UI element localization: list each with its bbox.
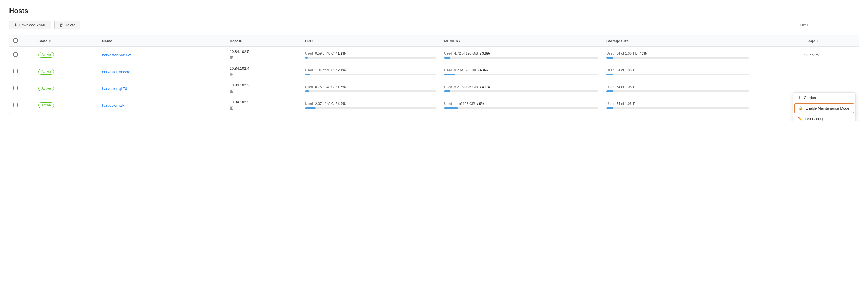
select-all-checkbox[interactable] [13, 38, 18, 42]
state-sort-icon[interactable]: ⇕ [49, 39, 51, 42]
cpu-metric: Used 1.01 of 48 C / 2.1% [305, 68, 436, 76]
table-row: Active harvester-5m56w 10.84.102.5 ⊞ Use… [9, 47, 859, 63]
edit-config-menu-item[interactable]: ✏️ Edit Config [793, 114, 856, 121]
cordon-menu-item[interactable]: ⏸ Cordon [793, 93, 856, 103]
storage-progress-bar [606, 107, 749, 109]
row-checkbox-0[interactable] [13, 52, 18, 57]
edit-config-label: Edit Config [805, 117, 823, 121]
memory-metric: Used 8.7 of 126 GiB / 6.9% [444, 68, 598, 76]
ip-wrapper: 10.84.102.4 ⊞ [230, 66, 297, 77]
lock-icon: 🔒 [798, 106, 803, 111]
edit-config-icon: ✏️ [798, 117, 802, 121]
row-action-button[interactable]: ⋮ [827, 51, 836, 59]
ip-wrapper: 10.84.102.2 ⊞ [230, 100, 297, 111]
cordon-label: Cordon [804, 96, 816, 100]
storage-progress-bar [606, 57, 749, 59]
download-icon: ⬇ [14, 23, 17, 27]
table-header-row: State ⇕ Name ↓ Host IP CPU MEMORY Storag… [9, 35, 859, 47]
context-dropdown-menu: ⏸ Cordon 🔒 Enable Maintenance Mode ✏️ Ed… [793, 92, 856, 121]
ip-wrapper: 10.84.102.3 ⊞ [230, 83, 297, 94]
cpu-column-header: CPU [305, 39, 313, 43]
server-icon: ⊞ [230, 72, 297, 77]
memory-progress-bar [444, 90, 598, 92]
page-title: Hosts [9, 7, 859, 15]
filter-input[interactable] [796, 21, 859, 29]
host-ip: 10.84.102.3 [230, 83, 297, 87]
table-row: Active harvester-ms6hx 10.84.102.4 ⊞ Use… [9, 63, 859, 80]
state-column-header: State [38, 39, 48, 43]
row-checkbox-2[interactable] [13, 86, 18, 90]
state-badge: Active [38, 69, 54, 74]
download-yaml-button[interactable]: ⬇ Download YAML [9, 21, 51, 29]
table-row: Active harvester-rzlxn 10.84.102.2 ⊞ Use… [9, 97, 859, 114]
cpu-progress-bar [305, 107, 436, 109]
cpu-progress-bar [305, 73, 436, 76]
storage-metric: Used 54 of 1.05 T [606, 68, 749, 76]
server-icon: ⊞ [230, 55, 297, 60]
storage-metric: Used 54 of 1.05 TiB / 5% [606, 51, 749, 59]
state-badge: Active [38, 102, 54, 108]
host-name-link[interactable]: harvester-qlr78 [102, 87, 127, 91]
name-sort-icon[interactable]: ↓ [113, 39, 115, 42]
host-ip: 10.84.102.2 [230, 100, 297, 104]
row-checkbox-1[interactable] [13, 69, 18, 73]
storage-column-header: Storage Size [606, 39, 629, 43]
age-sort-icon[interactable]: ⇕ [816, 39, 819, 42]
filter-wrapper [796, 21, 859, 29]
storage-metric: Used 54 of 1.05 T [606, 102, 749, 109]
cpu-metric: Used 0.76 of 48 C / 1.6% [305, 85, 436, 92]
memory-metric: Used 5.21 of 126 GiB / 4.1% [444, 85, 598, 92]
memory-progress-bar [444, 73, 598, 76]
host-ip: 10.84.102.4 [230, 66, 297, 70]
cpu-metric: Used 2.07 of 48 C / 4.3% [305, 102, 436, 109]
page-container: Hosts ⬇ Download YAML 🗑 Delete St [0, 0, 868, 121]
host-name-link[interactable]: harvester-rzlxn [102, 103, 127, 108]
table-row: Active harvester-qlr78 10.84.102.3 ⊞ Use… [9, 80, 859, 97]
memory-metric: Used 11 of 126 GiB / 9% [444, 102, 598, 109]
host-ip: 10.84.102.5 [230, 50, 297, 54]
server-icon: ⊞ [230, 89, 297, 94]
memory-progress-bar [444, 57, 598, 59]
memory-column-header: MEMORY [444, 39, 461, 43]
hosts-table: State ⇕ Name ↓ Host IP CPU MEMORY Storag… [9, 35, 859, 114]
delete-button[interactable]: 🗑 Delete [55, 21, 81, 29]
toolbar: ⬇ Download YAML 🗑 Delete [9, 21, 859, 29]
storage-progress-bar [606, 73, 749, 76]
pause-icon: ⏸ [798, 96, 802, 100]
server-icon: ⊞ [230, 105, 297, 111]
state-badge: Active [38, 86, 54, 91]
hostip-column-header: Host IP [230, 39, 243, 43]
cpu-progress-bar [305, 57, 436, 59]
enable-maintenance-menu-item[interactable]: 🔒 Enable Maintenance Mode [795, 103, 854, 113]
storage-progress-bar [606, 90, 749, 92]
row-checkbox-3[interactable] [13, 103, 18, 107]
cpu-metric: Used 0.59 of 48 C / 1.2% [305, 51, 436, 59]
age-column-header: Age [808, 39, 815, 43]
enable-maintenance-label: Enable Maintenance Mode [805, 106, 849, 111]
trash-icon: 🗑 [59, 23, 63, 27]
host-name-link[interactable]: harvester-5m56w [102, 53, 131, 57]
host-name-link[interactable]: harvester-ms6hx [102, 70, 130, 74]
hosts-table-wrapper: State ⇕ Name ↓ Host IP CPU MEMORY Storag… [9, 35, 859, 114]
cpu-progress-bar [305, 90, 436, 92]
state-badge: Active [38, 52, 54, 58]
age-value: 22 hours [804, 53, 819, 57]
name-column-header: Name [102, 39, 112, 43]
ip-wrapper: 10.84.102.5 ⊞ [230, 50, 297, 60]
memory-progress-bar [444, 107, 598, 109]
memory-metric: Used 4.72 of 126 GiB / 3.8% [444, 51, 598, 59]
storage-metric: Used 54 of 1.05 T [606, 85, 749, 92]
